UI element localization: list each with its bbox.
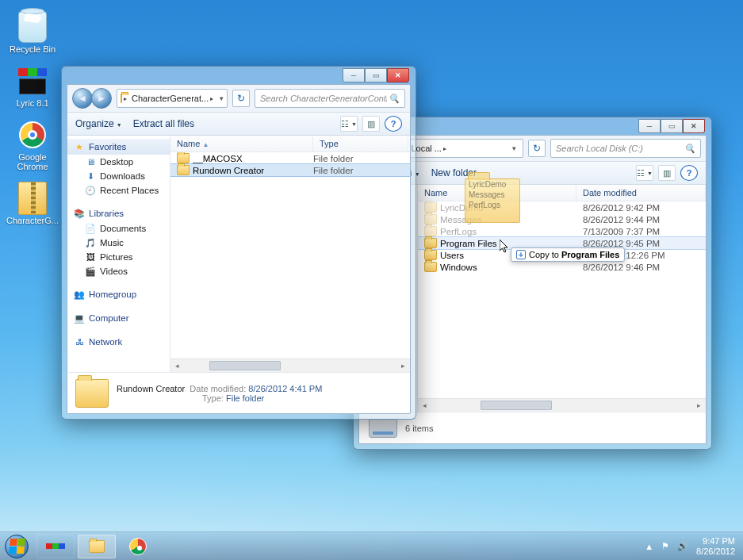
taskbar-lyric[interactable]	[36, 535, 75, 558]
details-pane: Rundown Creator Date modified: 8/26/2012…	[67, 372, 410, 413]
recycle-bin-icon[interactable]: Recycle Bin	[8, 10, 57, 54]
taskbar[interactable]: ▲ ⚑ 🔊 9:47 PM 8/26/2012	[0, 531, 743, 560]
preview-pane-button[interactable]: ▥	[362, 116, 380, 132]
nav-favorites-header[interactable]: ★Favorites	[67, 139, 170, 155]
list-item[interactable]: Messages8/26/2012 9:44 PM	[418, 213, 706, 225]
help-icon[interactable]: ?	[385, 116, 402, 132]
column-date[interactable]: Date modified	[576, 185, 706, 201]
details-type: File folder	[226, 393, 264, 403]
crumb-archive[interactable]: CharacterGenerat...	[132, 94, 209, 103]
drive-icon	[369, 419, 397, 438]
column-name[interactable]: Name ▲	[170, 136, 313, 152]
nav-music[interactable]: 🎵Music	[67, 236, 170, 250]
address-bar[interactable]: ▸ CharacterGenerat...▸ ▾	[117, 89, 228, 108]
file-list[interactable]: LyricDemo8/26/2012 9:42 PMMessages8/26/2…	[418, 201, 706, 398]
tray-date: 8/26/2012	[696, 547, 735, 557]
nav-downloads[interactable]: ⬇Downloads	[67, 169, 170, 183]
minimize-button[interactable]: ─	[638, 119, 661, 133]
list-item[interactable]: Rundown CreatorFile folder	[170, 164, 410, 176]
status-text: 6 items	[405, 424, 433, 433]
nav-network[interactable]: 🖧Network	[67, 334, 170, 350]
taskbar-explorer[interactable]	[78, 535, 116, 558]
search-input[interactable]: Search CharacterGeneratorControllerR...🔍	[255, 89, 405, 108]
maximize-button[interactable]: ▭	[365, 68, 387, 82]
details-modified: 8/26/2012 4:41 PM	[248, 384, 322, 393]
window2-controls: ─ ▭ ✕	[638, 119, 705, 133]
close-button[interactable]: ✕	[387, 68, 409, 82]
maximize-button[interactable]: ▭	[661, 119, 683, 133]
tray-action-center-icon[interactable]: ⚑	[661, 541, 669, 551]
search-placeholder: Search CharacterGeneratorControllerR...	[260, 94, 387, 103]
tray-time: 9:47 PM	[696, 536, 735, 547]
nav-homegroup[interactable]: 👥Homegroup	[67, 286, 170, 302]
charactergen-zip[interactable]: CharacterG...	[8, 181, 57, 225]
h-scrollbar[interactable]: ◂▸	[170, 359, 410, 372]
nav-pane[interactable]: ★Favorites 🖥Desktop ⬇Downloads 🕘Recent P…	[67, 136, 170, 372]
forward-button[interactable]: ►	[91, 88, 112, 109]
organize-button[interactable]: Organize	[75, 118, 122, 129]
charactergen-label: CharacterG...	[6, 216, 59, 225]
folder-icon	[75, 379, 109, 408]
chrome-shortcut[interactable]: Google Chrome	[8, 117, 57, 171]
file-list[interactable]: __MACOSXFile folderRundown CreatorFile f…	[170, 152, 410, 359]
view-button[interactable]: ☷	[636, 165, 653, 181]
search-input[interactable]: Search Local Disk (C:)🔍	[550, 139, 701, 158]
drag-tooltip: + Copy to Program Files	[511, 247, 625, 262]
desktop-icons: Recycle Bin Lyric 8.1 Google Chrome Char…	[8, 10, 57, 225]
list-item[interactable]: Windows8/26/2012 9:46 PM	[418, 261, 706, 273]
tray-volume-icon[interactable]: 🔊	[677, 541, 688, 551]
nav-pictures[interactable]: 🖼Pictures	[67, 250, 170, 264]
refresh-icon[interactable]: ↻	[232, 90, 250, 107]
list-item[interactable]: LyricDemo8/26/2012 9:42 PM	[418, 201, 706, 213]
minimize-button[interactable]: ─	[343, 68, 365, 82]
help-icon[interactable]: ?	[680, 165, 698, 181]
list-item[interactable]: PerfLogs7/13/2009 7:37 PM	[418, 225, 706, 237]
tray-clock[interactable]: 9:47 PM 8/26/2012	[696, 536, 735, 557]
explorer-window-archive[interactable]: ─ ▭ ✕ ◄ ► ▸ CharacterGenerat...▸ ▾ ↻ Sea…	[61, 66, 416, 420]
nav-documents[interactable]: 📄Documents	[67, 221, 170, 236]
drag-ghost: LyricDemo Messages PerfLogs	[465, 178, 520, 223]
plus-icon: +	[516, 250, 526, 259]
taskbar-chrome[interactable]	[119, 535, 157, 558]
lyric-label: Lyric 8.1	[16, 98, 48, 108]
recycle-bin-label: Recycle Bin	[10, 44, 56, 54]
system-tray[interactable]: ▲ ⚑ 🔊 9:47 PM 8/26/2012	[645, 536, 743, 557]
search-placeholder: Search Local Disk (C:)	[556, 144, 643, 153]
drag-target: Program Files	[561, 250, 619, 259]
nav-computer[interactable]: 💻Computer	[67, 310, 170, 326]
column-type[interactable]: Type	[313, 136, 408, 152]
chrome-label: Google Chrome	[8, 152, 57, 171]
h-scrollbar[interactable]: ◂▸	[418, 398, 706, 412]
nav-recent[interactable]: 🕘Recent Places	[67, 183, 170, 198]
nav-libraries-header[interactable]: 📚Libraries	[67, 205, 170, 221]
list-item[interactable]: __MACOSXFile folder	[170, 152, 410, 164]
window1-controls: ─ ▭ ✕	[343, 68, 409, 82]
preview-pane-button[interactable]: ▥	[658, 165, 676, 181]
view-button[interactable]: ☷	[340, 116, 358, 132]
nav-videos[interactable]: 🎬Videos	[67, 264, 170, 278]
back-button[interactable]: ◄	[72, 88, 93, 109]
details-title: Rundown Creator	[117, 384, 185, 393]
nav-buttons: ◄ ►	[72, 88, 112, 109]
extract-all-button[interactable]: Extract all files	[133, 118, 194, 129]
close-button[interactable]: ✕	[683, 119, 705, 133]
lyric-shortcut[interactable]: Lyric 8.1	[8, 63, 57, 108]
start-button[interactable]	[0, 532, 33, 561]
refresh-icon[interactable]: ↻	[528, 140, 546, 157]
tray-flag-icon[interactable]: ▲	[645, 542, 653, 551]
nav-desktop[interactable]: 🖥Desktop	[67, 155, 170, 169]
